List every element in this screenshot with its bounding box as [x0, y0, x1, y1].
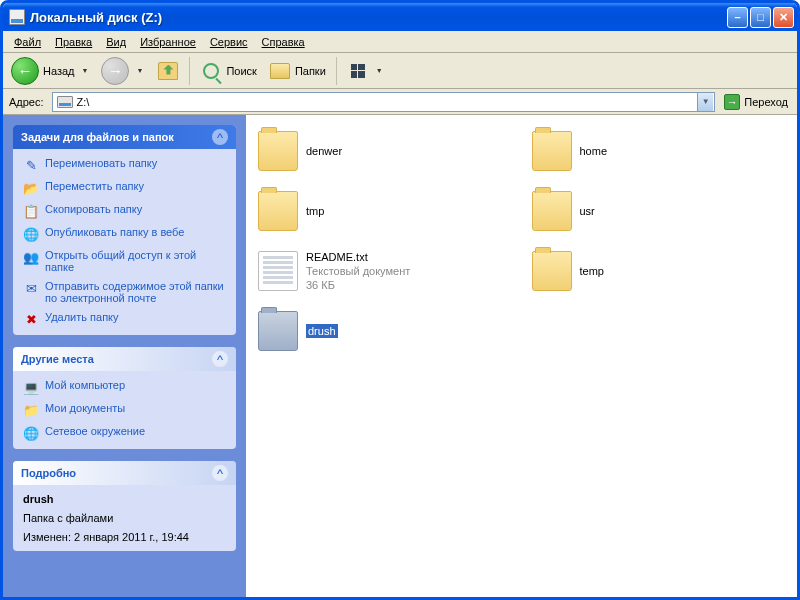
details-header[interactable]: Подробно ^: [13, 461, 236, 485]
up-button[interactable]: [152, 58, 184, 84]
computer-icon: 💻: [23, 379, 39, 395]
folder-icon: [258, 311, 298, 351]
copy-icon: 📋: [23, 203, 39, 219]
email-icon: ✉: [23, 280, 39, 296]
views-dropdown-icon[interactable]: ▼: [373, 67, 386, 74]
details-name: drush: [23, 493, 54, 505]
details-modified: Изменен: 2 января 2011 г., 19:44: [23, 531, 226, 543]
menu-tools[interactable]: Сервис: [203, 34, 255, 50]
separator: [189, 57, 190, 85]
back-label: Назад: [43, 65, 75, 77]
back-icon: ←: [11, 57, 39, 85]
views-icon: [351, 64, 365, 78]
details-title: Подробно: [21, 467, 76, 479]
back-button[interactable]: ← Назад ▼: [7, 55, 95, 87]
details-type: Папка с файлами: [23, 512, 226, 524]
task-share[interactable]: 👥Открыть общий доступ к этой папке: [23, 249, 226, 273]
place-network[interactable]: 🌐Сетевое окружение: [23, 425, 226, 441]
task-move[interactable]: 📂Переместить папку: [23, 180, 226, 196]
collapse-icon[interactable]: ^: [212, 351, 228, 367]
folder-icon: [258, 191, 298, 231]
folder-usr[interactable]: usr: [532, 187, 786, 235]
tasks-title: Задачи для файлов и папок: [21, 131, 174, 143]
minimize-button[interactable]: –: [727, 7, 748, 28]
menu-file[interactable]: Файл: [7, 34, 48, 50]
titlebar[interactable]: Локальный диск (Z:) – □ ✕: [3, 3, 797, 31]
text-file-icon: [258, 251, 298, 291]
go-button[interactable]: → Переход: [719, 92, 793, 112]
task-email[interactable]: ✉Отправить содержимое этой папки по элек…: [23, 280, 226, 304]
drive-icon: [9, 9, 25, 25]
search-icon: [203, 63, 219, 79]
forward-icon: →: [101, 57, 129, 85]
folder-up-icon: [158, 62, 178, 80]
folder-drush[interactable]: drush: [258, 307, 512, 355]
places-header[interactable]: Другие места ^: [13, 347, 236, 371]
address-value: Z:\: [77, 96, 694, 108]
search-button[interactable]: Поиск: [195, 58, 261, 84]
menu-favorites[interactable]: Избранное: [133, 34, 203, 50]
search-label: Поиск: [226, 65, 256, 77]
address-bar: Адрес: Z:\ ▼ → Переход: [3, 89, 797, 115]
task-copy[interactable]: 📋Скопировать папку: [23, 203, 226, 219]
window-title: Локальный диск (Z:): [30, 10, 727, 25]
place-documents[interactable]: 📁Мои документы: [23, 402, 226, 418]
forward-dropdown-icon[interactable]: ▼: [133, 67, 146, 74]
folder-icon: [532, 251, 572, 291]
address-label: Адрес:: [7, 96, 48, 108]
folders-label: Папки: [295, 65, 326, 77]
address-dropdown-button[interactable]: ▼: [697, 93, 713, 111]
places-title: Другие места: [21, 353, 94, 365]
file-pane[interactable]: denwer home tmp usr README.: [246, 115, 797, 597]
forward-button[interactable]: → ▼: [97, 55, 150, 87]
task-delete[interactable]: ✖Удалить папку: [23, 311, 226, 327]
explorer-window: Локальный диск (Z:) – □ ✕ Файл Правка Ви…: [0, 0, 800, 600]
folder-denwer[interactable]: denwer: [258, 127, 512, 175]
close-button[interactable]: ✕: [773, 7, 794, 28]
address-input[interactable]: Z:\ ▼: [52, 92, 716, 112]
back-dropdown-icon[interactable]: ▼: [79, 67, 92, 74]
documents-icon: 📁: [23, 402, 39, 418]
sidebar: Задачи для файлов и папок ^ ✎Переименова…: [3, 115, 246, 597]
collapse-icon[interactable]: ^: [212, 129, 228, 145]
toolbar: ← Назад ▼ → ▼ Поиск Папки ▼: [3, 53, 797, 89]
menu-help[interactable]: Справка: [255, 34, 312, 50]
place-computer[interactable]: 💻Мой компьютер: [23, 379, 226, 395]
go-arrow-icon: →: [724, 94, 740, 110]
go-label: Переход: [744, 96, 788, 108]
folder-tmp[interactable]: tmp: [258, 187, 512, 235]
network-icon: 🌐: [23, 425, 39, 441]
share-icon: 👥: [23, 249, 39, 265]
rename-icon: ✎: [23, 157, 39, 173]
publish-icon: 🌐: [23, 226, 39, 242]
task-rename[interactable]: ✎Переименовать папку: [23, 157, 226, 173]
tasks-header[interactable]: Задачи для файлов и папок ^: [13, 125, 236, 149]
folders-icon: [270, 63, 290, 79]
menu-bar: Файл Правка Вид Избранное Сервис Справка: [3, 31, 797, 53]
folder-home[interactable]: home: [532, 127, 786, 175]
details-panel: Подробно ^ drush Папка с файлами Изменен…: [13, 461, 236, 551]
folders-button[interactable]: Папки: [264, 58, 331, 84]
views-button[interactable]: ▼: [342, 58, 391, 84]
menu-view[interactable]: Вид: [99, 34, 133, 50]
maximize-button[interactable]: □: [750, 7, 771, 28]
folder-icon: [258, 131, 298, 171]
drive-icon: [57, 96, 73, 108]
separator: [336, 57, 337, 85]
folder-icon: [532, 131, 572, 171]
tasks-panel: Задачи для файлов и папок ^ ✎Переименова…: [13, 125, 236, 335]
collapse-icon[interactable]: ^: [212, 465, 228, 481]
folder-temp[interactable]: temp: [532, 247, 786, 295]
places-panel: Другие места ^ 💻Мой компьютер 📁Мои докум…: [13, 347, 236, 449]
task-publish[interactable]: 🌐Опубликовать папку в вебе: [23, 226, 226, 242]
folder-icon: [532, 191, 572, 231]
move-icon: 📂: [23, 180, 39, 196]
file-readme[interactable]: README.txt Текстовый документ 36 КБ: [258, 247, 512, 295]
menu-edit[interactable]: Правка: [48, 34, 99, 50]
delete-icon: ✖: [23, 311, 39, 327]
